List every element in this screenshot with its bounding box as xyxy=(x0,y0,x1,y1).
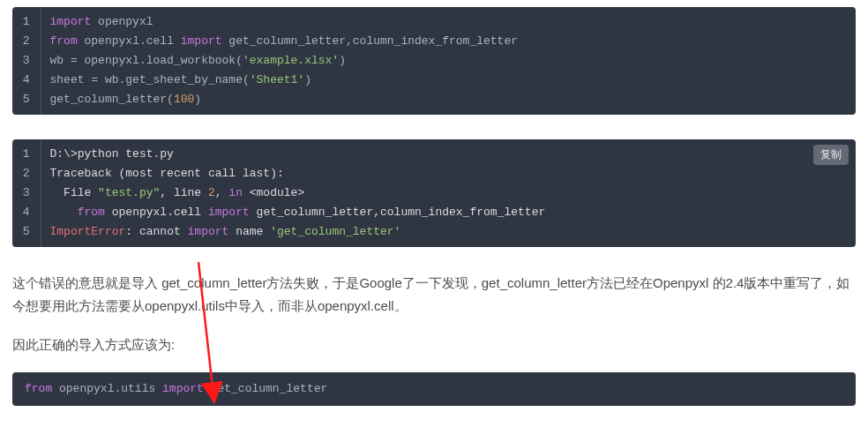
code-content: from openpyxl.utils import get_column_le… xyxy=(12,372,856,406)
code-line: 5ImportError: cannot import name 'get_co… xyxy=(12,222,856,247)
code-line: 3 File "test.py", line 2, in <module> xyxy=(12,184,856,203)
code-content: File "test.py", line 2, in <module> xyxy=(41,184,856,203)
line-number: 4 xyxy=(12,71,41,90)
code-line: 4sheet = wb.get_sheet_by_name('Sheet1') xyxy=(12,71,856,90)
code-table: 1import openpyxl2from openpyxl.cell impo… xyxy=(12,7,856,115)
line-number: 4 xyxy=(12,203,41,222)
code-content: get_column_letter(100) xyxy=(41,90,856,115)
line-number: 3 xyxy=(12,51,41,71)
explanation-paragraph-2: 因此正确的导入方式应该为: xyxy=(12,333,856,356)
code-content: ImportError: cannot import name 'get_col… xyxy=(41,222,856,247)
code-line: 3wb = openpyxl.load_workbook('example.xl… xyxy=(12,51,856,71)
code-block-2: 复制 1D:\>python test.py2Traceback (most r… xyxy=(12,139,856,247)
code-line: 4 from openpyxl.cell import get_column_l… xyxy=(12,203,856,222)
code-content: import openpyxl xyxy=(41,7,856,32)
line-number: 5 xyxy=(12,90,41,115)
code-content: Traceback (most recent call last): xyxy=(41,164,856,184)
code-block-3: from openpyxl.utils import get_column_le… xyxy=(12,372,856,406)
code-tbody-3: from openpyxl.utils import get_column_le… xyxy=(12,372,856,406)
line-number: 1 xyxy=(12,139,41,164)
code-table: from openpyxl.utils import get_column_le… xyxy=(12,372,856,406)
code-line: from openpyxl.utils import get_column_le… xyxy=(12,372,856,406)
code-block-1: 1import openpyxl2from openpyxl.cell impo… xyxy=(12,7,856,115)
code-content: from openpyxl.cell import get_column_let… xyxy=(41,32,856,51)
code-table: 1D:\>python test.py2Traceback (most rece… xyxy=(12,139,856,247)
code-line: 2from openpyxl.cell import get_column_le… xyxy=(12,32,856,51)
copy-button[interactable]: 复制 xyxy=(813,145,849,165)
code-content: D:\>python test.py xyxy=(41,139,856,164)
code-line: 1D:\>python test.py xyxy=(12,139,856,164)
explanation-paragraph-1: 这个错误的意思就是导入 get_column_letter方法失败，于是Goog… xyxy=(12,272,856,318)
code-tbody-1: 1import openpyxl2from openpyxl.cell impo… xyxy=(12,7,856,115)
line-number: 3 xyxy=(12,184,41,203)
line-number: 2 xyxy=(12,164,41,184)
code-content: wb = openpyxl.load_workbook('example.xls… xyxy=(41,51,856,71)
code-line: 2Traceback (most recent call last): xyxy=(12,164,856,184)
line-number: 2 xyxy=(12,32,41,51)
line-number: 5 xyxy=(12,222,41,247)
code-content: sheet = wb.get_sheet_by_name('Sheet1') xyxy=(41,71,856,90)
code-content: from openpyxl.cell import get_column_let… xyxy=(41,203,856,222)
code-line: 5get_column_letter(100) xyxy=(12,90,856,115)
code-line: 1import openpyxl xyxy=(12,7,856,32)
line-number: 1 xyxy=(12,7,41,32)
code-tbody-2: 1D:\>python test.py2Traceback (most rece… xyxy=(12,139,856,247)
